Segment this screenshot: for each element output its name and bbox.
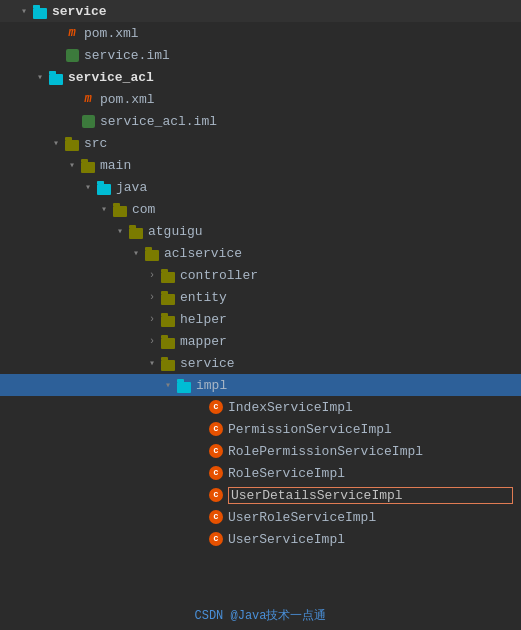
tree-item-label: java (116, 180, 513, 195)
tree-item-label: atguigu (148, 224, 513, 239)
tree-item-IndexServiceImpl[interactable]: cIndexServiceImpl (0, 396, 521, 418)
arrow-expanded-icon[interactable] (32, 71, 48, 83)
class-file-icon: c (208, 443, 224, 459)
tree-item-label: service.iml (84, 48, 513, 63)
folder-icon (112, 201, 128, 217)
tree-item-atguigu[interactable]: atguigu (0, 220, 521, 242)
tree-item-label: pom.xml (100, 92, 513, 107)
tree-item-label: controller (180, 268, 513, 283)
folder-icon (160, 333, 176, 349)
arrow-expanded-icon[interactable] (64, 159, 80, 171)
arrow-collapsed-icon[interactable] (144, 336, 160, 347)
tree-item-label: aclservice (164, 246, 513, 261)
arrow-collapsed-icon[interactable] (144, 314, 160, 325)
tree-item-label: UserRoleServiceImpl (228, 510, 513, 525)
folder-teal-icon (32, 3, 48, 19)
tree-item-controller[interactable]: controller (0, 264, 521, 286)
tree-item-RolePermissionServiceImpl[interactable]: cRolePermissionServiceImpl (0, 440, 521, 462)
xml-file-icon: m (80, 91, 96, 107)
class-file-icon: c (208, 509, 224, 525)
iml-file-icon (64, 47, 80, 63)
tree-item-UserDetailsServiceImpl[interactable]: cUserDetailsServiceImpl (0, 484, 521, 506)
watermark-text: CSDN @Java技术一点通 (188, 605, 332, 626)
tree-item-mapper[interactable]: mapper (0, 330, 521, 352)
arrow-expanded-icon[interactable] (80, 181, 96, 193)
arrow-expanded-icon[interactable] (128, 247, 144, 259)
tree-item-service[interactable]: service (0, 0, 521, 22)
folder-icon (128, 223, 144, 239)
tree-item-service-iml[interactable]: service.iml (0, 44, 521, 66)
tree-item-service-acl[interactable]: service_acl (0, 66, 521, 88)
folder-icon (80, 157, 96, 173)
tree-item-label: service_acl (68, 70, 513, 85)
tree-item-label: UserDetailsServiceImpl (228, 487, 513, 504)
tree-item-service-folder[interactable]: service (0, 352, 521, 374)
class-file-icon: c (208, 487, 224, 503)
arrow-expanded-icon[interactable] (48, 137, 64, 149)
class-file-icon: c (208, 421, 224, 437)
tree-item-service-acl-iml[interactable]: service_acl.iml (0, 110, 521, 132)
tree-item-label: service (52, 4, 513, 19)
tree-item-impl[interactable]: impl (0, 374, 521, 396)
class-file-icon: c (208, 399, 224, 415)
folder-icon (160, 289, 176, 305)
tree-item-src[interactable]: src (0, 132, 521, 154)
arrow-expanded-icon[interactable] (112, 225, 128, 237)
tree-item-label: pom.xml (84, 26, 513, 41)
tree-item-PermissionServiceImpl[interactable]: cPermissionServiceImpl (0, 418, 521, 440)
tree-item-aclservice[interactable]: aclservice (0, 242, 521, 264)
tree-item-label: com (132, 202, 513, 217)
folder-teal-icon (96, 179, 112, 195)
tree-item-java[interactable]: java (0, 176, 521, 198)
folder-teal-icon (176, 377, 192, 393)
tree-item-label: IndexServiceImpl (228, 400, 513, 415)
tree-item-main[interactable]: main (0, 154, 521, 176)
tree-item-label: RoleServiceImpl (228, 466, 513, 481)
folder-icon (144, 245, 160, 261)
tree-item-label: entity (180, 290, 513, 305)
tree-item-pom-xml[interactable]: mpom.xml (0, 22, 521, 44)
tree-item-label: PermissionServiceImpl (228, 422, 513, 437)
class-file-icon: c (208, 531, 224, 547)
iml-file-icon (80, 113, 96, 129)
arrow-expanded-icon[interactable] (144, 357, 160, 369)
tree-item-label: service (180, 356, 513, 371)
tree-item-label: impl (196, 378, 513, 393)
folder-teal-icon (48, 69, 64, 85)
tree-item-label: src (84, 136, 513, 151)
tree-item-UserRoleServiceImpl[interactable]: cUserRoleServiceImpl (0, 506, 521, 528)
class-file-icon: c (208, 465, 224, 481)
tree-item-RoleServiceImpl[interactable]: cRoleServiceImpl (0, 462, 521, 484)
arrow-expanded-icon[interactable] (96, 203, 112, 215)
folder-icon (160, 311, 176, 327)
tree-item-label: main (100, 158, 513, 173)
arrow-expanded-icon[interactable] (16, 5, 32, 17)
tree-item-UserServiceImpl[interactable]: cUserServiceImpl (0, 528, 521, 550)
arrow-collapsed-icon[interactable] (144, 292, 160, 303)
tree-item-helper[interactable]: helper (0, 308, 521, 330)
tree-item-label: helper (180, 312, 513, 327)
tree-item-label: RolePermissionServiceImpl (228, 444, 513, 459)
folder-icon (160, 355, 176, 371)
folder-icon (160, 267, 176, 283)
xml-file-icon: m (64, 25, 80, 41)
folder-icon (64, 135, 80, 151)
file-tree: servicempom.xmlservice.imlservice_aclmpo… (0, 0, 521, 630)
tree-item-label: service_acl.iml (100, 114, 513, 129)
arrow-collapsed-icon[interactable] (144, 270, 160, 281)
watermark: CSDN @Java技术一点通 (0, 605, 521, 626)
tree-item-pom-xml-2[interactable]: mpom.xml (0, 88, 521, 110)
arrow-expanded-icon[interactable] (160, 379, 176, 391)
tree-item-entity[interactable]: entity (0, 286, 521, 308)
tree-item-label: UserServiceImpl (228, 532, 513, 547)
tree-item-label: mapper (180, 334, 513, 349)
tree-item-com[interactable]: com (0, 198, 521, 220)
